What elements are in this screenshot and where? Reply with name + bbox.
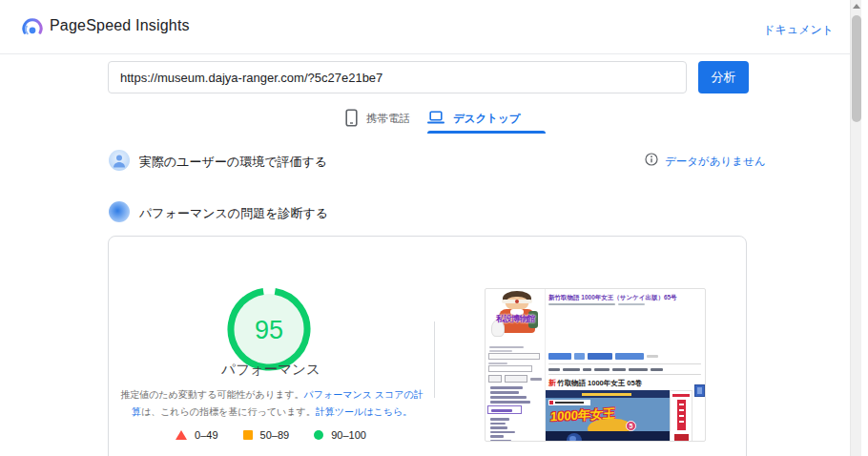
- share-button[interactable]: [588, 353, 612, 360]
- field-data-icon: [108, 149, 131, 172]
- sidebar-link-line: [490, 391, 519, 394]
- breadcrumb-line: [548, 303, 615, 305]
- cover-volume-badge: 5: [626, 421, 636, 431]
- scrollbar[interactable]: [850, 0, 861, 456]
- text-line: [530, 378, 542, 381]
- sidebar-link-line: [490, 435, 504, 438]
- sidebar-dropdown[interactable]: [488, 353, 540, 360]
- content-divider: [548, 374, 701, 375]
- documentation-link[interactable]: ドキュメント: [763, 22, 834, 38]
- legend-range-average: 50–89: [260, 429, 290, 441]
- comic-spine-image: [670, 390, 692, 442]
- tag-line: [583, 368, 591, 371]
- pagespeed-insights-page: PageSpeed Insights ドキュメント 分析 携帯電話 デスクトップ: [0, 0, 868, 456]
- share-button[interactable]: [548, 353, 571, 360]
- tab-mobile-label: 携帯電話: [366, 112, 410, 126]
- legend-item-average: 50–89: [243, 429, 290, 441]
- preview-post-heading: 新竹取物語 1000年女王 05巻: [548, 378, 642, 388]
- sidebar-link-line: [490, 401, 530, 404]
- field-data-title: 実際のユーザーの環境で評価する: [139, 154, 327, 171]
- tag-line: [563, 368, 580, 371]
- legend-range-fail: 0–49: [195, 429, 217, 441]
- scrollbar-thumb[interactable]: [852, 15, 861, 122]
- card-vertical-divider: [434, 321, 435, 398]
- app-title: PageSpeed Insights: [50, 17, 190, 34]
- sidebar-button[interactable]: [488, 375, 502, 383]
- site-screenshot-preview[interactable]: 私設博物館 新竹取物語 1000年女王（サンケイ出版）65号: [485, 288, 706, 442]
- tab-desktop[interactable]: デスクトップ: [427, 105, 521, 132]
- scrollbar-up-arrow[interactable]: [853, 4, 860, 9]
- legend-range-pass: 90–100: [331, 429, 366, 441]
- post-heading-text: 竹取物語 1000年女王 05巻: [557, 379, 642, 387]
- orange-square-icon: [243, 430, 253, 440]
- share-count: [647, 355, 658, 358]
- tag-line: [612, 368, 626, 371]
- score-disclaimer: 推定値のため変動する可能性があります。パフォーマンス スコアの計算は、これらの指…: [116, 386, 427, 420]
- sidebar-link-line: [490, 423, 506, 425]
- tag-line: [629, 368, 648, 371]
- green-circle-icon: [314, 430, 323, 440]
- comic-cover-image: 1000年女王: [546, 390, 670, 442]
- desktop-icon: [427, 111, 444, 127]
- tag-line: [651, 368, 663, 371]
- sidebar-link-line: [490, 426, 507, 429]
- share-button[interactable]: [574, 353, 585, 360]
- preview-post-title[interactable]: 新竹取物語 1000年女王（サンケイ出版）65号: [548, 294, 701, 302]
- legend-item-pass: 90–100: [314, 429, 366, 441]
- calc-tool-link[interactable]: 計算ツールはこちら。: [316, 406, 412, 417]
- analyze-button[interactable]: 分析: [698, 61, 749, 93]
- sidebar-select[interactable]: [505, 375, 527, 383]
- tag-line: [548, 368, 560, 371]
- disclaimer-text-1: 推定値のため変動する可能性があります。: [120, 389, 303, 400]
- performance-score-value: 95: [255, 316, 283, 344]
- share-button[interactable]: [615, 353, 644, 360]
- text-line: [489, 346, 524, 348]
- disclaimer-text-2: は、これらの指標を基に行っています。: [141, 406, 316, 417]
- performance-label: パフォーマンス: [108, 361, 434, 379]
- tag-line: [594, 368, 610, 371]
- no-data-link[interactable]: データがありません: [665, 155, 766, 169]
- content-divider: [548, 363, 701, 364]
- info-icon[interactable]: [645, 153, 658, 170]
- new-marker: 新: [548, 379, 556, 387]
- sidebar-search-box[interactable]: [488, 365, 532, 372]
- site-name-text: 私設博物館: [486, 313, 545, 325]
- header-divider: [0, 53, 857, 54]
- diagnose-icon: [108, 200, 131, 223]
- text-line: [489, 350, 512, 352]
- tab-mobile[interactable]: 携帯電話: [345, 105, 410, 132]
- text-line: [488, 363, 507, 364]
- tab-desktop-underline: [427, 131, 546, 134]
- breadcrumb-line: [618, 303, 645, 305]
- sidebar-category-box: [487, 405, 522, 414]
- sidebar-link-line: [490, 431, 515, 434]
- score-legend: 0–49 50–89 90–100: [108, 429, 434, 441]
- sidebar-link-line: [490, 396, 527, 399]
- url-input[interactable]: [108, 61, 687, 93]
- diagnose-title: パフォーマンスの問題を診断する: [139, 205, 328, 222]
- legend-item-fail: 0–49: [176, 429, 217, 441]
- zoom-stamp-icon: [694, 384, 705, 397]
- tab-desktop-label: デスクトップ: [453, 112, 521, 126]
- smartphone-icon: [345, 109, 358, 129]
- sidebar-link-line: [490, 440, 511, 443]
- red-triangle-icon: [176, 430, 187, 440]
- sidebar-link-line: [490, 386, 523, 389]
- pagespeed-logo-icon: [20, 15, 45, 40]
- sidebar-link-line: [490, 418, 509, 421]
